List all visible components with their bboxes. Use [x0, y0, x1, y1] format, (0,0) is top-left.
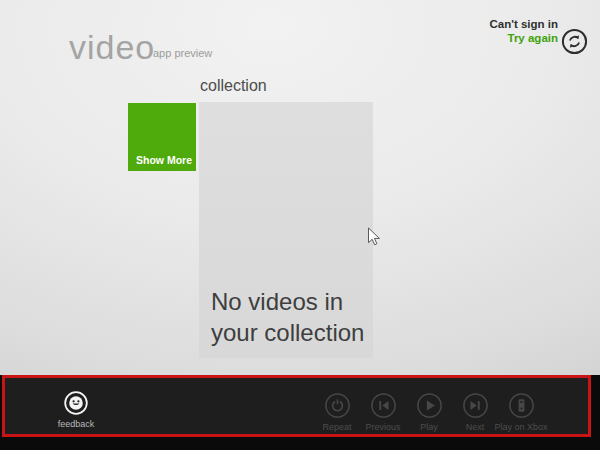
next-icon — [462, 392, 489, 419]
repeat-icon — [324, 392, 351, 419]
previous-label: Previous — [365, 422, 400, 432]
empty-message-line1: No videos in — [211, 286, 364, 317]
signin-status-block: Can't sign in Try again — [489, 17, 558, 45]
play-on-xbox-button[interactable]: Play on Xbox — [498, 378, 544, 432]
next-button[interactable]: Next — [452, 378, 498, 432]
repeat-button[interactable]: Repeat — [314, 378, 360, 432]
feedback-label: feedback — [58, 419, 95, 429]
play-icon — [416, 392, 443, 419]
sync-icon — [561, 28, 588, 55]
transport-controls: Repeat Previous Play — [314, 378, 544, 440]
play-button[interactable]: Play — [406, 378, 452, 432]
appbar-highlight-box: feedback Repeat — [2, 375, 591, 437]
try-again-link[interactable]: Try again — [489, 31, 558, 45]
app-preview-label: app preview — [153, 47, 212, 59]
empty-message-line2: your collection — [211, 317, 364, 348]
previous-button[interactable]: Previous — [360, 378, 406, 432]
mouse-cursor — [367, 227, 381, 247]
show-more-label: Show More — [136, 154, 192, 166]
feedback-button[interactable]: feedback — [45, 390, 107, 429]
collection-section-heading: collection — [200, 77, 267, 95]
show-more-tile[interactable]: Show More — [128, 103, 196, 171]
appbar-region: feedback Repeat — [0, 375, 600, 450]
repeat-label: Repeat — [322, 422, 351, 432]
smiley-icon — [63, 390, 89, 416]
next-label: Next — [466, 422, 485, 432]
empty-collection-message: No videos in your collection — [211, 286, 364, 348]
play-on-xbox-label: Play on Xbox — [494, 422, 547, 432]
previous-icon — [370, 392, 397, 419]
page-title: video — [69, 28, 155, 67]
video-app-screen: video app preview Can't sign in Try agai… — [0, 0, 600, 450]
play-label: Play — [420, 422, 438, 432]
signin-status-text: Can't sign in — [489, 17, 558, 31]
play-on-xbox-icon — [508, 392, 535, 419]
sync-button[interactable] — [561, 28, 588, 55]
empty-collection-tile: No videos in your collection — [199, 102, 373, 358]
